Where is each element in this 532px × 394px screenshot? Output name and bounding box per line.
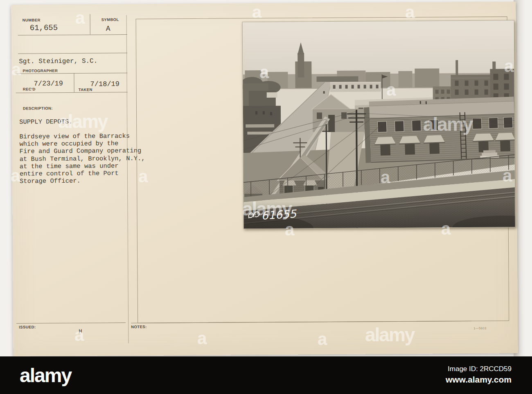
alamy-logo: alamy (20, 364, 71, 387)
photographer-name: Sgt. Steiniger, S.C. (19, 57, 97, 65)
alamy-footer-bar: alamy Image ID: 2RCCD59 www.alamy.com (0, 356, 532, 394)
rule-under-number (18, 34, 127, 36)
website-url: www.alamy.com (446, 374, 512, 385)
rule-issued (16, 322, 126, 324)
photo-scene: 61655 (243, 20, 515, 228)
issued-label: ISSUED: (19, 325, 36, 329)
description-line: at the time same was under (20, 162, 145, 170)
print-code: 1—5603 (473, 327, 486, 330)
description-line: which were occupied by the (19, 140, 145, 148)
number-label: NUMBER (23, 18, 41, 22)
number-value: 61,655 (30, 23, 58, 32)
photo-number-text: 61655 (261, 207, 298, 222)
photograph: 61655 (242, 20, 516, 229)
header-divider (90, 14, 90, 35)
notes-label: NOTES: (131, 325, 147, 329)
symbol-label: SYMBOL (101, 17, 119, 22)
photo-haze (243, 20, 515, 228)
description-text: Birdseye view of the Barracks which were… (19, 132, 145, 185)
footer-info: Image ID: 2RCCD59 www.alamy.com (446, 365, 512, 385)
photographer-label: PHOTOGRAPHER (23, 68, 58, 73)
issued-value: H (79, 328, 82, 335)
description-line: Fire and Guard Company operating (20, 147, 145, 155)
dates-divider (74, 73, 74, 92)
description-line: at Bush Terminal, Brooklyn, N.Y., (20, 154, 145, 163)
rule-blank-row (18, 53, 127, 54)
image-id: Image ID: 2RCCD59 (446, 365, 512, 374)
description-line: Storage Officer. (20, 177, 145, 185)
taken-value: 7/18/19 (90, 80, 120, 88)
description-title: SUPPLY DEPOTS. (19, 118, 72, 126)
description-line: Birdseye view of the Barracks (19, 132, 145, 141)
rule-under-dates (16, 92, 128, 93)
image-id-value: 2RCCD59 (480, 365, 512, 373)
image-id-label: Image ID: (448, 365, 478, 373)
taken-label: TAKEN (79, 87, 92, 92)
archive-card: NUMBER 61,655 SYMBOL A Sgt. Steiniger, S… (11, 2, 518, 356)
description-line: entire control of the Port (20, 170, 145, 178)
description-label: DESCRIPTION: (23, 106, 53, 110)
received-value: 7/23/19 (34, 80, 63, 87)
symbol-value: A (106, 25, 110, 33)
received-label: REC'D (23, 87, 36, 91)
